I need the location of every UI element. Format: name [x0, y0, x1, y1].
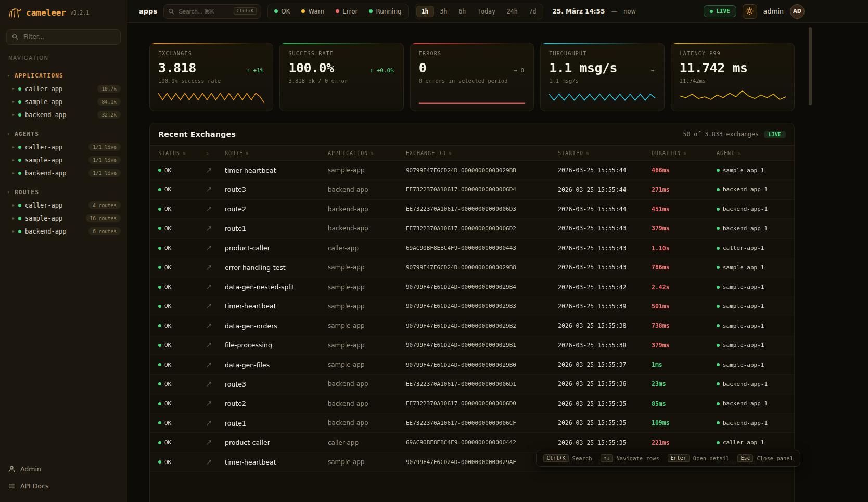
nav-section-header-routes[interactable]: ▾ROUTES: [0, 186, 127, 199]
nav-item-sample-app[interactable]: ▸sample-app16 routes: [0, 212, 127, 225]
exchange-row[interactable]: OKroute3backend-appEE7322370A10617-00000…: [150, 180, 794, 199]
global-search[interactable]: Ctrl+K: [163, 4, 261, 19]
sort-icon: ⇅: [586, 150, 589, 156]
nav-item-sample-app[interactable]: ▸sample-app1/1 live: [0, 153, 127, 166]
agent-name: backend-app-1: [723, 400, 768, 407]
exchange-row[interactable]: OKroute2backend-appEE7322370A10617-00000…: [150, 394, 794, 414]
application-name: backend-app: [324, 186, 402, 194]
live-label: LIVE: [716, 8, 730, 15]
status-dot: [274, 9, 278, 13]
filter-input[interactable]: [22, 33, 115, 41]
column-header-route[interactable]: ROUTE⇅: [221, 150, 324, 156]
range-start-datetime: 25. März 14:55: [553, 8, 605, 15]
nav-section-header-agents[interactable]: ▾AGENTS: [0, 127, 127, 140]
section-caret-icon: ▾: [7, 132, 10, 136]
stat-card-latency-p99[interactable]: LATENCY P9911.742 ms11.742ms: [671, 43, 795, 111]
column-header-status[interactable]: STATUS⇅: [150, 150, 202, 156]
exchange-row[interactable]: OKroute1backend-appEE7322370A10617-00000…: [150, 414, 794, 433]
column-header-duration[interactable]: DURATION⇅: [647, 150, 712, 156]
route-link-icon: [206, 381, 212, 387]
nav-item-caller-app[interactable]: ▸caller-app4 routes: [0, 199, 127, 212]
duration: 379ms: [647, 342, 712, 349]
status-filter-warn[interactable]: Warn: [296, 6, 329, 17]
stat-card-errors[interactable]: ERRORS0→ 00 errors in selected period: [410, 43, 534, 111]
started-timestamp: 2026-03-25 15:55:44: [554, 205, 647, 213]
exchange-row[interactable]: OKroute2backend-appEE7322370A10617-00000…: [150, 200, 794, 219]
user-name: admin: [763, 7, 784, 15]
agent-health-dot: [717, 208, 720, 211]
exchange-row[interactable]: OKerror-handling-testsample-app90799F47E…: [150, 258, 794, 277]
nav-item-sample-app[interactable]: ▸sample-app84.1k: [0, 95, 127, 108]
scrollbar-thumb[interactable]: [809, 27, 812, 105]
nav-section-header-applications[interactable]: ▾APPLICATIONS: [0, 69, 127, 82]
started-timestamp: 2026-03-25 15:55:43: [554, 244, 647, 252]
nav-item-backend-app[interactable]: ▸backend-app6 routes: [0, 225, 127, 238]
time-range-1h[interactable]: 1h: [416, 6, 434, 17]
agent-name: caller-app-1: [723, 439, 764, 446]
panel-header: Recent Exchanges 50 of 3.833 exchanges L…: [150, 123, 794, 145]
sidebar-filter[interactable]: [6, 29, 121, 45]
column-label: ROUTE: [225, 150, 243, 156]
time-range-7d[interactable]: 7d: [524, 6, 542, 17]
status-ok-dot: [158, 286, 161, 289]
time-range-6h[interactable]: 6h: [453, 6, 471, 17]
sidebar-footer-label: API Docs: [20, 482, 48, 490]
sidebar-footer-api-docs[interactable]: API Docs: [0, 478, 127, 495]
column-header-started[interactable]: STARTED⇅: [554, 150, 647, 156]
status-filter-error[interactable]: Error: [330, 6, 363, 17]
time-range-today[interactable]: Today: [472, 6, 501, 17]
column-header-agent[interactable]: AGENT⇅: [712, 150, 794, 156]
nav-item-caller-app[interactable]: ▸caller-app10.7k: [0, 82, 127, 95]
time-range-24h[interactable]: 24h: [502, 6, 523, 17]
search-input[interactable]: [177, 8, 230, 15]
application-name: sample-app: [324, 166, 402, 174]
exchange-id: EE7322370A10617-00000000000006D0: [402, 400, 554, 407]
time-range-3h[interactable]: 3h: [435, 6, 453, 17]
exchange-row[interactable]: OKroute1backend-appEE7322370A10617-00000…: [150, 219, 794, 238]
exchange-row[interactable]: OKfile-processingsample-app90799F47E6CD2…: [150, 336, 794, 355]
nav-section-routes: ▾ROUTES▸caller-app4 routes▸sample-app16 …: [0, 186, 127, 238]
stat-card-throughput[interactable]: THROUGHPUT1.1 msg/s→1.1 msg/s: [540, 43, 664, 111]
stat-card-success-rate[interactable]: SUCCESS RATE100.0%↑ +0.0%3.818 ok / 0 er…: [279, 43, 403, 111]
agent-health-dot: [717, 227, 720, 230]
avatar[interactable]: AD: [790, 4, 805, 19]
agent-health-dot: [717, 344, 720, 347]
sort-icon: ⇅: [206, 150, 209, 156]
application-name: sample-app: [324, 264, 402, 271]
status-filter-running[interactable]: Running: [364, 6, 406, 17]
nav-section-label: ROUTES: [15, 189, 39, 196]
theme-toggle-button[interactable]: [743, 4, 757, 19]
route-link-icon: [206, 342, 212, 348]
started-timestamp: 2026-03-25 15:55:43: [554, 264, 647, 271]
status-dot: [336, 9, 339, 13]
column-header-application[interactable]: APPLICATION⇅: [324, 150, 402, 156]
table-header-row: STATUS⇅⇅ROUTE⇅APPLICATION⇅EXCHANGE ID⇅ST…: [150, 145, 794, 161]
keyboard-hint: EnterOpen detail: [668, 454, 730, 462]
exchange-row[interactable]: OKdata-gen-orderssample-app90799F47E6CD2…: [150, 316, 794, 336]
route-name: timer-heartbeat: [221, 458, 324, 466]
hint-label: Open detail: [693, 455, 730, 461]
nav-item-backend-app[interactable]: ▸backend-app32.2k: [0, 108, 127, 121]
route-link-icon: [206, 401, 212, 406]
exchange-row[interactable]: OKproduct-callercaller-app69AC90BF8EBC4F…: [150, 239, 794, 258]
status-filter-ok[interactable]: OK: [269, 6, 295, 17]
exchange-row[interactable]: OKdata-gen-filessample-app90799F47E6CD24…: [150, 355, 794, 375]
panel-live-badge[interactable]: LIVE: [764, 131, 786, 138]
route-name: route2: [221, 400, 324, 407]
exchange-row[interactable]: OKroute3backend-appEE7322370A10617-00000…: [150, 375, 794, 394]
application-name: backend-app: [324, 400, 402, 407]
exchange-row[interactable]: OKtimer-heartbeatsample-app90799F47E6CD2…: [150, 297, 794, 316]
cameleer-logo[interactable]: cameleer v3.2.1: [0, 0, 127, 25]
column-header-exchange-id[interactable]: EXCHANGE ID⇅: [402, 150, 554, 156]
sort-icon: ⇅: [183, 150, 186, 156]
nav-item-caller-app[interactable]: ▸caller-app1/1 live: [0, 140, 127, 153]
sidebar-footer-admin[interactable]: Admin: [0, 460, 127, 478]
health-dot: [18, 146, 21, 149]
column-header-route-icon[interactable]: ⇅: [202, 150, 221, 156]
exchange-row[interactable]: OKtimer-heartbeatsample-app90799F47E6CD2…: [150, 161, 794, 180]
stat-card-exchanges[interactable]: EXCHANGES3.818↑ +1%100.0% success rate: [149, 43, 273, 111]
live-toggle[interactable]: LIVE: [704, 5, 736, 17]
nav-item-backend-app[interactable]: ▸backend-app1/1 live: [0, 166, 127, 179]
exchange-row[interactable]: OKdata-gen-nested-splitsample-app90799F4…: [150, 277, 794, 297]
nav-item-label: backend-app: [25, 170, 66, 177]
